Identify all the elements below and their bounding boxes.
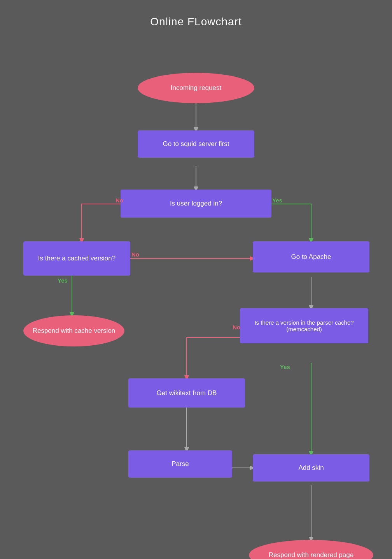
yes-label-3: Yes <box>280 364 290 370</box>
node-parse: Parse <box>128 450 232 478</box>
respond-rendered-label: Respond with rendered page <box>269 551 354 559</box>
yes-label-1: Yes <box>272 197 282 204</box>
label-yes-user-logged: Yes <box>272 197 282 204</box>
node-user-logged-in: Is user logged in? <box>121 190 271 218</box>
cached-version-label: Is there a cached version? <box>38 255 116 262</box>
no-label-2: No <box>131 251 139 258</box>
label-no-cached: No <box>131 251 139 258</box>
node-get-wikitext: Get wikitext from DB <box>128 378 245 408</box>
node-incoming-request: Incoming request <box>138 73 254 103</box>
node-add-skin: Add skin <box>253 454 369 482</box>
page-title: Online FLowchart <box>0 0 392 28</box>
yes-label-2: Yes <box>58 277 68 284</box>
parse-label: Parse <box>172 460 189 468</box>
user-logged-in-label: Is user logged in? <box>170 200 222 207</box>
squid-server-label: Go to squid server first <box>163 140 229 148</box>
node-go-apache: Go to Apache <box>253 241 369 272</box>
node-respond-rendered: Respond with rendered page <box>249 540 373 559</box>
parser-cache-label: Is there a version in the parser cache? … <box>245 319 364 332</box>
incoming-request-label: Incoming request <box>171 84 221 92</box>
node-respond-cache: Respond with cache version <box>23 315 124 346</box>
label-no-user-logged: No <box>116 197 123 204</box>
respond-cache-label: Respond with cache version <box>33 327 116 335</box>
label-no-parser: No <box>233 324 240 330</box>
no-label-1: No <box>116 197 123 204</box>
node-squid-server: Go to squid server first <box>138 130 254 158</box>
get-wikitext-label: Get wikitext from DB <box>157 389 217 397</box>
label-yes-parser: Yes <box>280 364 290 370</box>
node-parser-cache: Is there a version in the parser cache? … <box>240 308 368 343</box>
add-skin-label: Add skin <box>298 464 324 472</box>
no-label-3: No <box>233 324 240 330</box>
go-apache-label: Go to Apache <box>291 253 331 261</box>
node-cached-version: Is there a cached version? <box>23 241 130 276</box>
flowchart-container: Incoming request Go to squid server firs… <box>0 28 392 559</box>
label-yes-cached: Yes <box>58 277 68 284</box>
